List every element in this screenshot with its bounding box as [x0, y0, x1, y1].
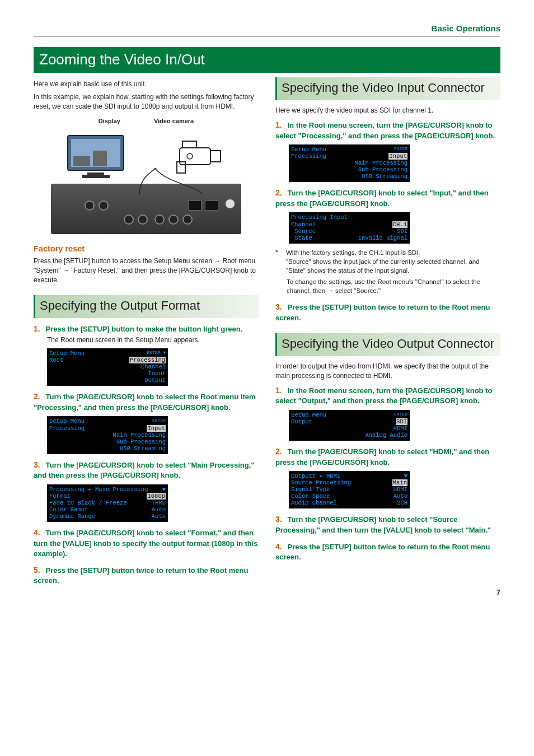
arrow-icon: → [214, 257, 221, 265]
svg-rect-5 [82, 175, 110, 178]
menu-item: Processing [129, 357, 166, 363]
menu-key: Audio Channel [291, 500, 337, 506]
menu-title: Outputt ▸ HDMI [291, 473, 340, 479]
camera-label: Video camera [154, 117, 194, 125]
display-icon [62, 131, 129, 181]
list-item: 3. Turn the [PAGE/CURSOR] knob to select… [34, 460, 259, 522]
step-heading: Press the [SETUP] button to make the but… [45, 325, 242, 333]
svg-rect-4 [87, 172, 104, 175]
right-column: Specifying the Video Input Connector Her… [275, 77, 500, 591]
menu-val: Auto [152, 513, 166, 520]
menu-key: Source Processing [291, 479, 351, 486]
svg-rect-7 [210, 151, 221, 162]
step-number: 2. [34, 391, 44, 403]
menu-screenshot-output: Setup MenuENTEROutputSDIHDMIAnalog Audio [289, 410, 410, 441]
list-item: 3. Press the [SETUP] button twice to ret… [275, 302, 500, 323]
note-text: select "Source." [334, 287, 381, 294]
list-item: 3. Turn the [PAGE/CURSOR] knob to select… [275, 514, 500, 535]
diagram-labels: Display Video camera [34, 117, 259, 125]
menu-title: Setup Menu [49, 350, 85, 357]
menu-val: Auto [394, 493, 407, 500]
menu-item: Sub Processing [116, 438, 166, 445]
step-number: 3. [34, 460, 44, 471]
display-label: Display [99, 117, 120, 125]
menu-key: Dynamic Range [49, 513, 95, 520]
menu-item: Channel [141, 363, 166, 370]
menu-item: HDMI [394, 425, 407, 432]
step-heading: Press the [SETUP] button twice to return… [275, 303, 490, 322]
step-heading: Press the [SETUP] button twice to return… [34, 566, 248, 585]
intro-p1: Here we explain basic use of this unit. [34, 80, 259, 89]
list-item: 4. Turn the [PAGE/CURSOR] knob to select… [34, 528, 259, 559]
step-heading: Press the [SETUP] button twice to return… [275, 543, 490, 562]
list-item: 5. Press the [SETUP] button twice to ret… [34, 565, 259, 586]
menu-key: Color Gamut [49, 506, 88, 513]
step-number: 2. [275, 446, 285, 458]
menu-title: Setup Menu [49, 418, 85, 424]
menu-item: USB Streaming [120, 445, 166, 452]
list-item: 2. Turn the [PAGE/CURSOR] knob to select… [275, 188, 500, 295]
svg-point-10 [187, 153, 193, 159]
menu-enter: ENTER [394, 412, 407, 418]
menu-title: Processing Input [291, 214, 348, 221]
menu-left: Processing [49, 425, 85, 432]
note: * With the factory settings, the CH.1 in… [275, 248, 500, 275]
list-item: 2. Turn the [PAGE/CURSOR] knob to select… [34, 391, 259, 454]
output-format-heading: Specifying the Output Format [34, 295, 259, 318]
menu-screenshot-main-processing: Processing ▸ Main Processing▼Format1080p… [47, 484, 168, 522]
menu-item: Input [388, 153, 407, 160]
arrow-icon: → [327, 287, 334, 294]
input-connector-steps: 1. In the Root menu screen, turn the [PA… [275, 120, 500, 323]
menu-item: Input [147, 425, 166, 432]
menu-key: State [291, 235, 312, 241]
menu-left: Processing [291, 153, 326, 160]
menu-key: Channel [291, 221, 316, 228]
asterisk-icon: * [275, 248, 278, 275]
factory-reset-body: Press the [SETUP] button to access the S… [34, 256, 259, 284]
svg-rect-2 [73, 156, 90, 166]
note-text: With the factory settings, the CH.1 inpu… [286, 249, 420, 256]
step-number: 5. [34, 565, 44, 576]
arrow-icon: → [63, 267, 69, 274]
step-heading: Turn the [PAGE/CURSOR] knob to select th… [34, 393, 256, 412]
step-number: 3. [275, 514, 285, 525]
menu-enter: ENTER [394, 146, 407, 153]
factory-reset-heading: Factory reset [34, 243, 259, 254]
list-item: 2. Turn the [PAGE/CURSOR] knob to select… [275, 446, 500, 508]
fr-text-a: Press the [SETUP] button to access the S… [34, 257, 214, 265]
menu-val: 1080p [147, 493, 166, 500]
menu-screenshot-processing: Setup MenuENTERProcessingInputMain Proce… [47, 416, 168, 454]
step-heading: Turn the [PAGE/CURSOR] knob to select "I… [275, 189, 489, 208]
menu-title: Processing ▸ Main Processing [49, 486, 148, 493]
menu-key: Format [49, 493, 71, 500]
list-item: 1. In the Root menu screen, turn the [PA… [275, 120, 500, 182]
step-number: 1. [275, 120, 285, 131]
step-heading: In the Root menu screen, turn the [PAGE/… [275, 386, 492, 405]
menu-left: Root [49, 357, 63, 363]
step-number: 1. [275, 385, 285, 396]
step-number: 2. [275, 188, 285, 199]
step-heading: In the Root menu screen, turn the [PAGE/… [275, 121, 495, 140]
menu-item: Input [148, 370, 166, 377]
svg-rect-3 [93, 151, 107, 166]
list-item: 1. Press the [SETUP] button to make the … [34, 324, 259, 386]
menu-item: Sub Processing [358, 166, 407, 173]
menu-val: THRU [152, 500, 166, 506]
menu-val: Invalid Signal [358, 235, 407, 241]
device-rear-panel [51, 184, 241, 234]
output-connector-intro: In order to output the video from HDMI, … [275, 362, 500, 381]
menu-screenshot-root: Setup MenuENTER ▼RootProcessingChannelIn… [47, 348, 168, 386]
menu-val: HDMI [394, 486, 407, 493]
step-number: 1. [34, 324, 44, 335]
menu-key: Signal Type [291, 486, 330, 493]
page-number: 7 [496, 587, 500, 598]
menu-enter: ENTER ▼ [147, 350, 166, 357]
section-header: Basic Operations [34, 22, 500, 37]
intro-p2: In this example, we explain how, startin… [34, 92, 259, 111]
menu-val: 2CH [397, 500, 407, 506]
output-connector-heading: Specifying the Video Output Connector [275, 333, 500, 356]
menu-key: Source [291, 228, 316, 235]
menu-val: Main [392, 479, 407, 486]
menu-enter: ENTER [152, 418, 166, 424]
menu-key: Color Space [291, 493, 330, 500]
